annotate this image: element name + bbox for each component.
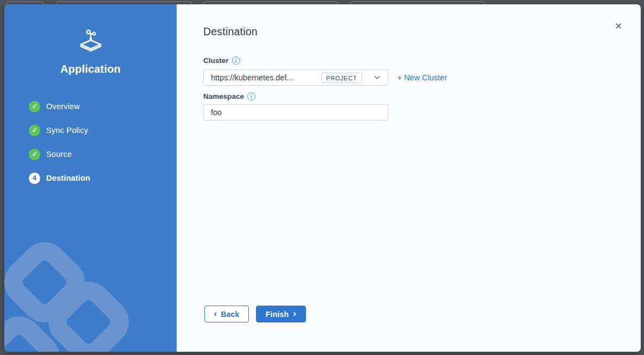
step-overview[interactable]: ✓ Overview [29,94,171,118]
finish-button[interactable]: Finish › [256,306,306,322]
step-complete-icon: ✓ [29,125,40,136]
info-icon[interactable]: i [232,56,240,65]
chevron-down-icon [374,75,380,80]
step-label: Source [46,150,72,159]
wizard-actions: ‹ Back Finish › [204,306,306,322]
step-source[interactable]: ✓ Source [29,142,171,166]
wizard-steps: ✓ Overview ✓ Sync Policy ✓ Source 4 Dest… [29,94,171,190]
step-complete-icon: ✓ [29,101,40,112]
wizard-panel: ✕ Destination Cluster i https://kubernet… [177,4,641,352]
new-cluster-link[interactable]: + New Cluster [397,73,447,82]
back-button[interactable]: ‹ Back [204,306,249,322]
wizard-title: Application [4,63,177,75]
cluster-row: https://kubernetes.def... PROJECT + New … [203,69,447,86]
namespace-label: Namespace i [203,92,255,100]
cluster-select-value: https://kubernetes.def... [211,73,321,82]
step-label: Destination [46,174,90,182]
step-complete-icon: ✓ [29,149,40,160]
step-number-badge: 4 [29,173,40,184]
step-label: Sync Policy [46,126,88,135]
application-wizard-modal: Application ✓ Overview ✓ Sync Policy ✓ S… [4,4,641,352]
panel-title: Destination [203,26,258,38]
step-sync-policy[interactable]: ✓ Sync Policy [29,118,171,142]
application-icon [4,29,177,53]
step-destination[interactable]: 4 Destination [29,166,171,190]
close-icon[interactable]: ✕ [612,21,624,33]
chevron-right-icon: › [293,309,296,318]
info-icon[interactable]: i [247,92,255,100]
step-label: Overview [46,102,80,111]
cluster-label: Cluster i [203,56,240,65]
namespace-input[interactable] [203,104,388,121]
cluster-select[interactable]: https://kubernetes.def... PROJECT [203,69,388,86]
project-badge: PROJECT [321,73,362,83]
chevron-left-icon: ‹ [214,309,217,318]
wizard-sidebar: Application ✓ Overview ✓ Sync Policy ✓ S… [4,4,177,352]
